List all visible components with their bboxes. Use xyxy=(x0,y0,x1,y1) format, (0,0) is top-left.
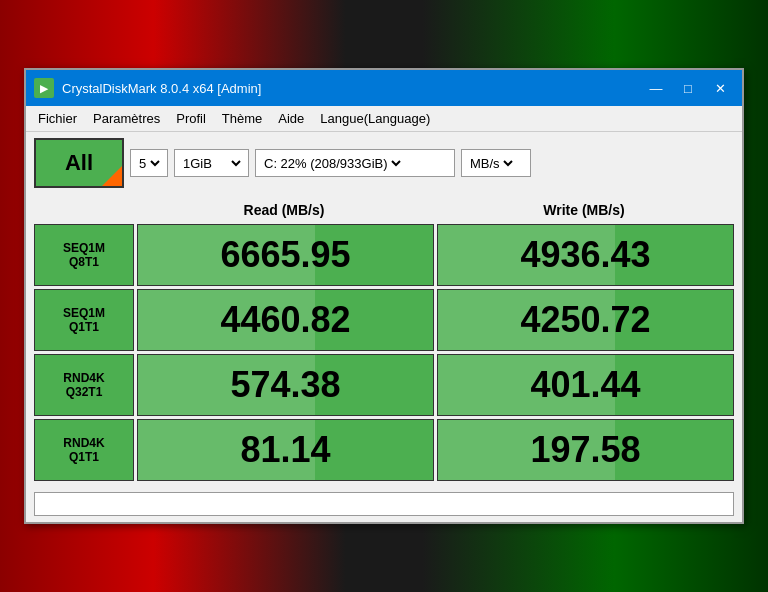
menu-item-th-me[interactable]: Thème xyxy=(214,108,270,129)
row-label-2: RND4KQ32T1 xyxy=(34,354,134,416)
read-value-0: 6665.95 xyxy=(220,234,350,276)
row-label-0: SEQ1MQ8T1 xyxy=(34,224,134,286)
maximize-button[interactable]: □ xyxy=(674,77,702,99)
unit-dropdown[interactable]: MB/s GB/s xyxy=(466,155,516,172)
write-header: Write (MB/s) xyxy=(434,198,734,222)
result-row-3: RND4KQ1T1 81.14 197.58 xyxy=(34,419,734,481)
status-bar xyxy=(34,492,734,516)
result-row-2: RND4KQ32T1 574.38 401.44 xyxy=(34,354,734,416)
row-label-0-text: SEQ1MQ8T1 xyxy=(63,241,105,269)
title-bar: ▶ CrystalDiskMark 8.0.4 x64 [Admin] — □ … xyxy=(26,70,742,106)
menu-item-profil[interactable]: Profil xyxy=(168,108,214,129)
read-cell-3: 81.14 xyxy=(137,419,434,481)
count-dropdown[interactable]: 5 1 3 xyxy=(135,155,163,172)
application-window: ▶ CrystalDiskMark 8.0.4 x64 [Admin] — □ … xyxy=(24,68,744,524)
write-cell-2: 401.44 xyxy=(437,354,734,416)
toolbar: All 5 1 3 1GiB 512MiB 2GiB C: 22% (208/9… xyxy=(26,132,742,194)
write-cell-3: 197.58 xyxy=(437,419,734,481)
menu-bar: FichierParamètresProfilThèmeAideLangue(L… xyxy=(26,106,742,132)
write-cell-0: 4936.43 xyxy=(437,224,734,286)
write-value-2: 401.44 xyxy=(530,364,640,406)
results-header: Read (MB/s) Write (MB/s) xyxy=(34,198,734,222)
menu-item-langue-language-[interactable]: Langue(Language) xyxy=(312,108,438,129)
size-select[interactable]: 1GiB 512MiB 2GiB xyxy=(174,149,249,177)
app-icon: ▶ xyxy=(34,78,54,98)
menu-item-aide[interactable]: Aide xyxy=(270,108,312,129)
write-cell-1: 4250.72 xyxy=(437,289,734,351)
write-value-1: 4250.72 xyxy=(520,299,650,341)
row-label-1-text: SEQ1MQ1T1 xyxy=(63,306,105,334)
write-value-0: 4936.43 xyxy=(520,234,650,276)
row-label-3-text: RND4KQ1T1 xyxy=(63,436,104,464)
read-cell-1: 4460.82 xyxy=(137,289,434,351)
read-cell-0: 6665.95 xyxy=(137,224,434,286)
drive-select[interactable]: C: 22% (208/933GiB) xyxy=(255,149,455,177)
write-value-3: 197.58 xyxy=(530,429,640,471)
read-value-3: 81.14 xyxy=(240,429,330,471)
drive-dropdown[interactable]: C: 22% (208/933GiB) xyxy=(260,155,404,172)
result-row-1: SEQ1MQ1T1 4460.82 4250.72 xyxy=(34,289,734,351)
main-content: Read (MB/s) Write (MB/s) SEQ1MQ8T1 6665.… xyxy=(26,194,742,488)
minimize-button[interactable]: — xyxy=(642,77,670,99)
row-label-2-text: RND4KQ32T1 xyxy=(63,371,104,399)
window-title: CrystalDiskMark 8.0.4 x64 [Admin] xyxy=(62,81,642,96)
menu-item-param-tres[interactable]: Paramètres xyxy=(85,108,168,129)
row-label-3: RND4KQ1T1 xyxy=(34,419,134,481)
title-controls: — □ ✕ xyxy=(642,77,734,99)
close-button[interactable]: ✕ xyxy=(706,77,734,99)
read-header: Read (MB/s) xyxy=(134,198,434,222)
unit-select[interactable]: MB/s GB/s xyxy=(461,149,531,177)
read-value-2: 574.38 xyxy=(230,364,340,406)
menu-item-fichier[interactable]: Fichier xyxy=(30,108,85,129)
size-dropdown[interactable]: 1GiB 512MiB 2GiB xyxy=(179,155,244,172)
all-button[interactable]: All xyxy=(34,138,124,188)
read-cell-2: 574.38 xyxy=(137,354,434,416)
read-value-1: 4460.82 xyxy=(220,299,350,341)
row-label-1: SEQ1MQ1T1 xyxy=(34,289,134,351)
result-row-0: SEQ1MQ8T1 6665.95 4936.43 xyxy=(34,224,734,286)
count-select[interactable]: 5 1 3 xyxy=(130,149,168,177)
